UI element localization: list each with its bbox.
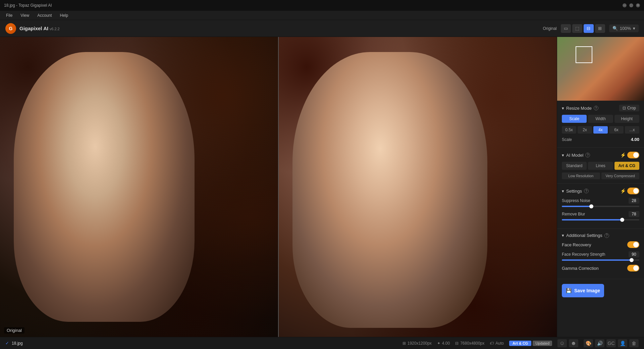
check-icon: ✓	[5, 341, 9, 346]
zoom-level: 100%	[620, 26, 631, 31]
settings-collapse-icon[interactable]: ▾	[562, 189, 564, 194]
input-res-icon: ⊞	[402, 341, 406, 346]
image-comparison: Original	[0, 37, 557, 337]
suppress-noise-value[interactable]: 28	[629, 198, 639, 204]
resize-mode-help-icon[interactable]: ?	[594, 106, 598, 110]
right-panel: ▾ Resize Mode ? ⊡ Crop Scale Width Heigh…	[557, 37, 644, 337]
remove-blur-slider: Remove Blur 78	[562, 211, 639, 220]
scale-6x-button[interactable]: 6x	[609, 126, 624, 134]
compare-smile-button[interactable]: ☺	[557, 339, 567, 347]
scale-preset-buttons: 0.5x 2x 4x 6x ...x	[562, 126, 639, 134]
menu-help[interactable]: Help	[57, 12, 72, 19]
logo-icon: G	[5, 23, 16, 34]
ai-model-collapse-icon[interactable]: ▾	[562, 153, 564, 158]
original-toggle[interactable]: Original	[543, 26, 556, 31]
delete-button[interactable]: 🗑	[629, 339, 639, 347]
scale-mode-button[interactable]: Scale	[562, 115, 587, 123]
minimize-button[interactable]: ─	[623, 3, 627, 7]
ai-model-help-icon[interactable]: ?	[585, 153, 590, 157]
suppress-noise-header: Suppress Noise 28	[562, 198, 639, 204]
art-cg-model-button[interactable]: Art & CG	[614, 162, 639, 170]
face-recovery-strength-track[interactable]	[562, 259, 639, 261]
additional-settings-help-icon[interactable]: ?	[604, 233, 609, 238]
lines-model-button[interactable]: Lines	[588, 162, 613, 170]
remove-blur-label: Remove Blur	[562, 212, 585, 216]
face-recovery-row: Face Recovery	[562, 241, 639, 248]
status-output-res: ⊟ 7680x4800px	[455, 341, 484, 346]
processed-image-panel	[279, 37, 557, 337]
status-scale: ✦ 4.00	[437, 341, 450, 346]
view-split-v-btn[interactable]: ⬚	[572, 24, 582, 33]
low-resolution-button[interactable]: Low Resolution	[562, 172, 600, 179]
thumbnail-viewport-box[interactable]	[576, 46, 592, 63]
window-controls[interactable]: ─ □ ✕	[623, 3, 640, 7]
gamma-correction-toggle[interactable]	[627, 265, 639, 271]
width-mode-button[interactable]: Width	[588, 115, 613, 123]
view-btn-group: ▭ ⬚ ⊟ ⊞	[561, 24, 605, 33]
collapse-icon[interactable]: ▾	[562, 106, 564, 111]
app-title: Gigapixel AI	[19, 26, 48, 31]
scale-0-5x-button[interactable]: 0.5x	[562, 126, 576, 134]
scale-2x-button[interactable]: 2x	[578, 126, 592, 134]
face-overlay-left	[14, 52, 195, 322]
scale-value-row: Scale 4.00	[562, 137, 639, 142]
user-button[interactable]: 👤	[618, 339, 627, 347]
menu-account[interactable]: Account	[34, 12, 55, 19]
settings-toggle[interactable]	[627, 188, 639, 194]
remove-blur-track[interactable]	[562, 219, 639, 220]
view-single-btn[interactable]: ▭	[561, 24, 571, 33]
height-mode-button[interactable]: Height	[614, 115, 639, 123]
gamma-correction-row: Gamma Correction	[562, 265, 639, 271]
ai-model-header: ▾ AI Model ? ⚡	[562, 152, 639, 158]
scale-4x-button[interactable]: 4x	[593, 126, 608, 134]
app-logo: G Gigapixel AI v6.2.2	[5, 23, 60, 34]
status-auto: 🏷 Auto	[490, 341, 504, 346]
scale-custom-button[interactable]: ...x	[625, 126, 639, 134]
menu-file[interactable]: File	[3, 12, 16, 19]
ai-sub-buttons: Low Resolution Very Compressed	[562, 172, 639, 179]
compare-face-button[interactable]: ☻	[569, 339, 578, 347]
title-bar: 18.jpg - Topaz Gigapixel AI ─ □ ✕	[0, 0, 644, 11]
main-layout: Original ▾ Resi	[0, 37, 644, 337]
ai-model-toggle[interactable]	[627, 152, 639, 158]
color-palette-button[interactable]: 🎨	[584, 339, 593, 347]
resize-mode-section: ▾ Resize Mode ? ⊡ Crop Scale Width Heigh…	[557, 101, 644, 148]
face-recovery-toggle-knob	[633, 242, 639, 247]
zoom-control[interactable]: 🔍 100% ▾	[609, 24, 639, 32]
crop-button[interactable]: ⊡ Crop	[619, 105, 639, 111]
remove-blur-value[interactable]: 78	[629, 211, 639, 217]
standard-model-button[interactable]: Standard	[562, 162, 587, 170]
menu-view[interactable]: View	[17, 12, 33, 19]
face-recovery-toggle[interactable]	[627, 241, 639, 248]
suppress-noise-track[interactable]	[562, 206, 639, 207]
face-recovery-strength-fill	[562, 259, 632, 261]
face-recovery-strength-value[interactable]: 90	[629, 251, 639, 257]
status-bar: ✓ 18.jpg ⊞ 1920x1200px ✦ 4.00 ⊟ 7680x480…	[0, 337, 644, 349]
suppress-noise-fill	[562, 206, 591, 207]
additional-settings-collapse-icon[interactable]: ▾	[562, 233, 564, 238]
settings-help-icon[interactable]: ?	[584, 189, 589, 193]
gamma-correction-toggle-knob	[633, 265, 639, 271]
status-left: ✓ 18.jpg	[5, 341, 23, 346]
settings-toggle-knob	[633, 188, 639, 194]
very-compressed-button[interactable]: Very Compressed	[601, 172, 640, 179]
face-recovery-strength-label: Face Recovery Strength	[562, 252, 605, 257]
zoom-icon: 🔍	[612, 26, 618, 31]
face-recovery-strength-thumb	[630, 258, 634, 262]
ai-model-buttons: Standard Lines Art & CG	[562, 162, 639, 170]
save-icon: 💾	[566, 288, 572, 293]
gc-button[interactable]: GC	[606, 339, 616, 347]
status-action-icons: ☺ ☻	[557, 339, 578, 347]
status-right: ⊞ 1920x1200px ✦ 4.00 ⊟ 7680x4800px 🏷 Aut…	[402, 339, 639, 347]
speaker-button[interactable]: 🔊	[595, 339, 604, 347]
image-divider	[278, 37, 279, 337]
status-extra-icons: 🎨 🔊 GC 👤 🗑	[584, 339, 639, 347]
thumbnail-area	[557, 37, 644, 101]
remove-blur-thumb	[620, 218, 624, 222]
view-quad-btn[interactable]: ⊞	[595, 24, 605, 33]
resize-mode-title: ▾ Resize Mode ?	[562, 106, 598, 111]
maximize-button[interactable]: □	[629, 3, 633, 7]
save-image-button[interactable]: 💾 Save Image	[562, 284, 604, 297]
close-button[interactable]: ✕	[636, 3, 640, 7]
view-split-h-btn[interactable]: ⊟	[584, 24, 594, 33]
